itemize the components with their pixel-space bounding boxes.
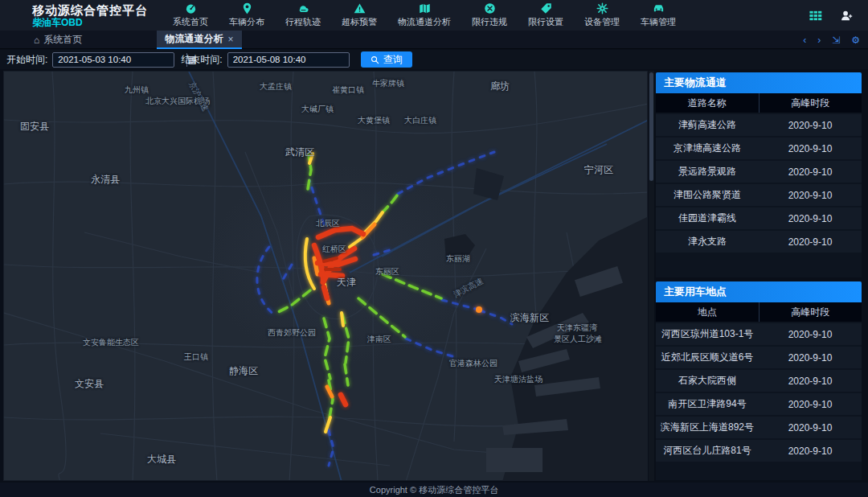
gear-icon xyxy=(596,2,608,14)
tab-logistics-channel-analysis[interactable]: 物流通道分析 × xyxy=(157,31,242,49)
peak-time-cell: 2020-9-10 xyxy=(759,440,862,462)
locations-table-row[interactable]: 河西区琼州道103-1号 2020-9-10 xyxy=(656,323,862,345)
tab-bar-tools: ‹ › ⇲ ⚙ xyxy=(803,31,860,49)
locations-table-row[interactable]: 滨海新区上海道892号 2020-9-10 xyxy=(656,417,862,438)
map-pin-icon xyxy=(241,2,253,14)
peak-time-cell: 2020-9-10 xyxy=(759,207,862,229)
brand: 移动源综合管控平台 柴油车OBD xyxy=(32,3,153,28)
start-time-field: ▦ xyxy=(52,52,174,68)
end-time-field: ▦ xyxy=(227,52,350,68)
copyright-text: Copyright © 移动源综合管控平台 xyxy=(370,484,498,496)
nav-item-restriction-settings[interactable]: 限行设置 xyxy=(518,0,574,31)
locations-table-row[interactable]: 南开区卫津路94号 2020-9-10 xyxy=(656,393,862,415)
locations-table-header: 地点 高峰时段 xyxy=(656,302,862,322)
nav-item-trip-track[interactable]: 行程轨迹 xyxy=(275,0,331,31)
place-cell: 河西区琼州道103-1号 xyxy=(656,323,759,345)
query-button[interactable]: 查询 xyxy=(361,51,412,68)
peak-time-cell: 2020-9-10 xyxy=(759,161,862,183)
road-name-cell: 津蓟高速公路 xyxy=(656,114,759,136)
home-icon: ⌂ xyxy=(34,35,39,46)
channels-table-row[interactable]: 津围公路聚贤道 2020-9-10 xyxy=(656,184,862,206)
search-icon xyxy=(371,55,379,64)
peak-time-cell: 2020-9-10 xyxy=(759,231,862,253)
locations-col-peak-time: 高峰时段 xyxy=(760,302,862,322)
logistics-channels-panel: 主要物流通道 道路名称 高峰时段 津蓟高速公路 2020-9-10 京津塘高速公… xyxy=(656,72,862,277)
place-cell: 滨海新区上海道892号 xyxy=(656,417,759,438)
end-time-input[interactable] xyxy=(228,55,362,64)
tag-icon xyxy=(540,2,552,14)
peak-time-cell: 2020-9-10 xyxy=(759,347,862,368)
no-entry-icon xyxy=(484,2,496,14)
main-nav: 系统首页 车辆分布 行程轨迹 超标预警 物流通道分析 限行违规 限行设置 设备 xyxy=(162,0,686,31)
user-add-icon[interactable] xyxy=(840,9,854,23)
tab-close-icon[interactable]: × xyxy=(227,34,233,45)
place-cell: 南开区卫津路94号 xyxy=(656,393,759,415)
tab-active-label: 物流通道分析 xyxy=(165,32,223,46)
vertical-scrollbar[interactable] xyxy=(649,71,654,481)
channels-col-peak-time: 高峰时段 xyxy=(760,93,862,113)
peak-time-cell: 2020-9-10 xyxy=(759,417,862,438)
heatmap-map-canvas[interactable]: 廊坊北京大兴国际机场九州镇固安县永清县武清区大孟庄镇崔黄口镇牛家牌镇大碱厂镇大黄… xyxy=(3,71,648,481)
channels-table-row[interactable]: 津永支路 2020-9-10 xyxy=(656,231,862,253)
car-icon xyxy=(653,2,665,14)
nav-item-logistics-channel-analysis[interactable]: 物流通道分析 xyxy=(387,0,461,31)
peak-time-cell: 2020-9-10 xyxy=(759,370,862,392)
tab-settings-gear-icon[interactable]: ⚙ xyxy=(851,35,860,45)
road-name-cell: 津围公路聚贤道 xyxy=(656,184,759,206)
locations-col-place: 地点 xyxy=(656,302,760,322)
footer: Copyright © 移动源综合管控平台 xyxy=(0,483,868,497)
query-toolbar: 开始时间: ▦ 结束时间: ▦ 查询 xyxy=(0,50,868,69)
locations-panel-title: 主要用车地点 xyxy=(656,281,862,302)
tab-bar: ⌂ 系统首页 物流通道分析 × ‹ › ⇲ ⚙ xyxy=(0,31,868,49)
nav-item-vehicle-management[interactable]: 车辆管理 xyxy=(630,0,686,31)
tab-home[interactable]: ⌂ 系统首页 xyxy=(34,31,82,49)
peak-time-cell: 2020-9-10 xyxy=(759,393,862,415)
tab-home-label: 系统首页 xyxy=(43,33,82,47)
fullscreen-icon[interactable]: ⇲ xyxy=(832,35,840,45)
locations-table-row[interactable]: 石家大院西侧 2020-9-10 xyxy=(656,370,862,392)
road-name-cell: 津永支路 xyxy=(656,231,759,253)
start-time-label: 开始时间: xyxy=(6,53,47,67)
peak-time-cell: 2020-9-10 xyxy=(759,184,862,206)
top-header: 移动源综合管控平台 柴油车OBD 系统首页 车辆分布 行程轨迹 超标预警 物流通… xyxy=(0,0,868,31)
channels-col-road-name: 道路名称 xyxy=(656,93,760,113)
start-time-input[interactable] xyxy=(53,55,186,64)
nav-item-device-management[interactable]: 设备管理 xyxy=(574,0,630,31)
place-cell: 石家大院西侧 xyxy=(656,370,759,392)
channels-table-row[interactable]: 景远路景观路 2020-9-10 xyxy=(656,161,862,183)
vehicle-locations-panel: 主要用车地点 地点 高峰时段 河西区琼州道103-1号 2020-9-10 近郊… xyxy=(656,281,862,480)
app-subtitle: 柴油车OBD xyxy=(32,17,153,28)
tab-next-icon[interactable]: › xyxy=(817,35,821,45)
road-name-cell: 佳园道津霸线 xyxy=(656,207,759,229)
nav-item-home[interactable]: 系统首页 xyxy=(162,0,219,31)
app-title: 移动源综合管控平台 xyxy=(32,3,153,17)
nav-item-overlimit-alert[interactable]: 超标预警 xyxy=(331,0,387,31)
locations-table-row[interactable]: 河西区台儿庄路81号 2020-9-10 xyxy=(656,440,862,462)
road-name-cell: 京津塘高速公路 xyxy=(656,138,759,159)
road-name-cell: 景远路景观路 xyxy=(656,161,759,183)
map-icon xyxy=(419,2,431,14)
end-time-label: 结束时间: xyxy=(181,53,222,67)
peak-time-cell: 2020-9-10 xyxy=(759,138,862,159)
channels-table-row[interactable]: 京津塘高速公路 2020-9-10 xyxy=(656,138,862,159)
header-actions xyxy=(809,9,854,23)
nav-item-vehicle-distribution[interactable]: 车辆分布 xyxy=(219,0,275,31)
peak-time-cell: 2020-9-10 xyxy=(759,114,862,136)
channels-panel-title: 主要物流通道 xyxy=(656,72,862,93)
channels-table-header: 道路名称 高峰时段 xyxy=(656,93,862,113)
place-cell: 近郊北辰区顺义道6号 xyxy=(656,347,759,368)
dashboard-icon xyxy=(185,2,197,14)
warning-icon xyxy=(354,2,366,14)
tab-prev-icon[interactable]: ‹ xyxy=(803,35,806,45)
peak-time-cell: 2020-9-10 xyxy=(759,323,862,345)
scrollbar-thumb[interactable] xyxy=(649,72,653,181)
place-cell: 河西区台儿庄路81号 xyxy=(656,440,759,462)
cloud-track-icon xyxy=(297,2,309,14)
nav-item-restriction-violation[interactable]: 限行违规 xyxy=(461,0,518,31)
channels-table-row[interactable]: 津蓟高速公路 2020-9-10 xyxy=(656,114,862,136)
grid-menu-icon[interactable] xyxy=(809,9,822,23)
locations-table-row[interactable]: 近郊北辰区顺义道6号 2020-9-10 xyxy=(656,347,862,368)
channels-table-row[interactable]: 佳园道津霸线 2020-9-10 xyxy=(656,207,862,229)
